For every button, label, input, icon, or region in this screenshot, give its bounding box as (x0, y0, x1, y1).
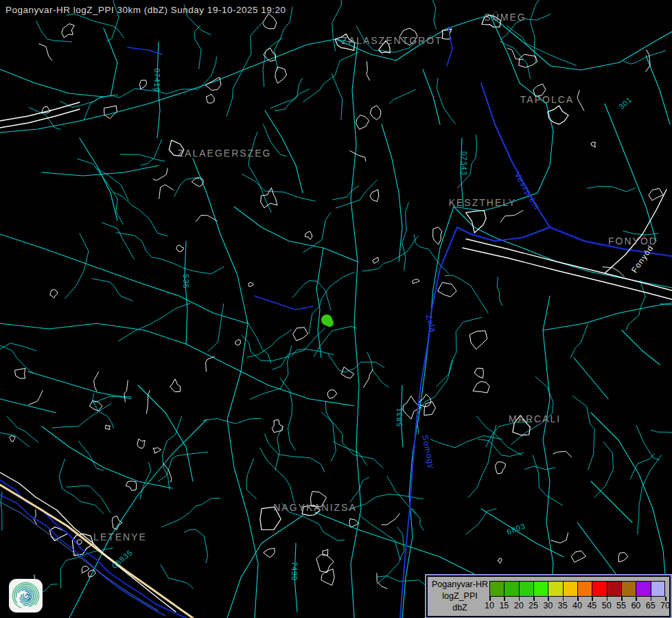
dbz-color-cell (651, 581, 665, 597)
dbz-tick-label: 70 (655, 601, 672, 610)
dbz-color-cell (577, 581, 593, 597)
dbz-color-cell (621, 581, 637, 597)
dbz-legend: Poganyvar-HR logZ_PPI dbZ 10152025303540… (426, 575, 671, 617)
radar-title: Poganyvar-HR logZ_PPI 30km (dbZ) Sunday … (5, 5, 286, 15)
dbz-color-cell (548, 581, 564, 597)
legend-radar-name: Poganyvar-HR (430, 579, 489, 591)
dbz-colorbar: 10152025303540455055606570 (489, 581, 665, 615)
dbz-color-cell (592, 581, 607, 597)
dbz-color-cell (563, 581, 579, 597)
met-app-logo[interactable] (9, 579, 43, 613)
dbz-color-cell (489, 581, 505, 597)
dbz-color-cell (519, 581, 535, 597)
dbz-color-cell (636, 581, 651, 597)
radar-viewport: ZALASZENTGRÓTSÜMEGTAPOLCAZALAEGERSZEGKES… (0, 0, 672, 618)
spiral-icon (9, 579, 43, 613)
radar-map (0, 0, 672, 618)
dbz-color-cell (533, 581, 549, 597)
dbz-color-cell (504, 581, 520, 597)
dbz-color-cell (607, 581, 623, 597)
